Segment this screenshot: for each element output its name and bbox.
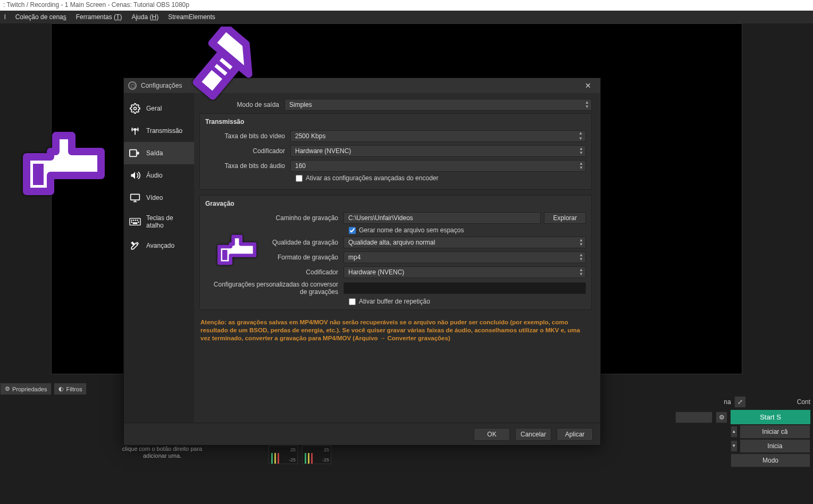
dialog-title: Configurações xyxy=(141,82,182,89)
apply-button[interactable]: Aplicar xyxy=(557,428,593,441)
sidebar-label-advanced: Avançado xyxy=(146,242,174,249)
svg-point-8 xyxy=(137,220,138,221)
partial-label-na: na xyxy=(724,398,731,406)
svg-point-9 xyxy=(131,222,132,222)
sidebar-label-hotkeys: Teclas de atalho xyxy=(146,214,189,229)
output-mode-label: Modo de saída xyxy=(199,101,284,108)
rec-encoder-select[interactable]: Hardware (NVENC) ▲▼ xyxy=(343,266,586,278)
svg-point-1 xyxy=(134,129,136,130)
audio-bitrate-label: Taxa de bits do áudio xyxy=(205,162,290,170)
audio-meter-1: 25 -25 xyxy=(269,446,298,464)
menu-item-help[interactable]: Ajuda (H) xyxy=(131,13,158,21)
filters-button[interactable]: ◐ Filtros xyxy=(54,383,87,395)
rec-path-input[interactable] xyxy=(343,212,541,224)
dialog-titlebar[interactable]: Configurações ✕ xyxy=(124,78,600,93)
iniciar-ca-button[interactable]: Iniciar câ xyxy=(740,425,810,439)
replay-buffer-label: Ativar buffer de repetição xyxy=(359,298,430,305)
browse-button[interactable]: Explorar xyxy=(544,212,586,224)
settings-sidebar: Geral Transmissão Saída Áudio Vídeo Tecl… xyxy=(124,93,194,423)
window-title: : Twitch / Recording - 1 Main Screen - C… xyxy=(3,1,189,9)
sidebar-item-stream[interactable]: Transmissão xyxy=(124,120,194,142)
svg-rect-12 xyxy=(33,164,44,185)
recording-section: Gravação Caminho de gravação Explorar Ge… xyxy=(199,195,592,310)
partial-label-cont: Cont xyxy=(797,398,810,406)
audio-bitrate-select[interactable]: 160 ▲▼ xyxy=(290,160,586,172)
select-arrows-icon: ▲▼ xyxy=(585,100,589,109)
settings-content: Modo de saída Simples ▲▼ Transmissão Tax… xyxy=(194,93,600,423)
chevron-up-icon[interactable]: ▲ xyxy=(731,426,737,438)
mp4-warning-text: Atenção: as gravações salvas em MP4/MOV … xyxy=(199,315,592,346)
monitor-icon xyxy=(129,192,141,204)
advanced-encoder-label: Ativar as configurações avançadas do enc… xyxy=(306,174,439,182)
streaming-section: Transmissão Taxa de bits do vídeo 2500 K… xyxy=(199,113,592,190)
cancel-button[interactable]: Cancelar xyxy=(515,428,551,441)
no-spaces-checkbox[interactable] xyxy=(349,227,356,234)
antenna-icon xyxy=(129,125,141,137)
sidebar-item-output[interactable]: Saída xyxy=(124,142,194,164)
chevron-down-icon[interactable]: ▼ xyxy=(731,440,737,452)
advanced-encoder-checkbox[interactable] xyxy=(296,175,303,182)
sidebar-item-general[interactable]: Geral xyxy=(124,97,194,120)
muxer-input[interactable] xyxy=(343,282,586,294)
rec-quality-select[interactable]: Qualidade alta, arquivo normal ▲▼ xyxy=(343,237,586,248)
rec-path-label: Caminho de gravação xyxy=(205,214,343,222)
properties-label: Propriedades xyxy=(12,386,47,392)
spinner-arrows-icon[interactable]: ▲▼ xyxy=(577,131,584,141)
audio-meter-2: 25 -25 xyxy=(302,446,331,464)
svg-point-7 xyxy=(135,220,136,221)
recording-section-title: Gravação xyxy=(205,200,586,207)
video-bitrate-label: Taxa de bits do vídeo xyxy=(205,132,290,140)
sources-hint: clique com o botão direito para adiciona… xyxy=(120,446,205,459)
gear-icon[interactable]: ⚙ xyxy=(716,411,727,423)
encoder-select[interactable]: Hardware (NVENC) ▲▼ xyxy=(290,145,586,157)
inicia-button[interactable]: Inicia xyxy=(740,439,810,453)
svg-point-5 xyxy=(131,220,132,221)
modo-button[interactable]: Modo xyxy=(731,453,810,467)
ok-button[interactable]: OK xyxy=(474,428,510,441)
menu-item-streamelements[interactable]: StreamElements xyxy=(168,13,215,21)
sidebar-item-advanced[interactable]: Avançado xyxy=(124,234,194,257)
settings-dialog: Configurações ✕ Geral Transmissão Saída … xyxy=(123,78,601,446)
svg-rect-11 xyxy=(133,223,137,224)
no-spaces-label: Gerar nome de arquivo sem espaços xyxy=(359,226,464,234)
select-arrows-icon: ▲▼ xyxy=(579,253,583,262)
dialog-footer: OK Cancelar Aplicar xyxy=(124,423,600,445)
speaker-icon xyxy=(129,170,141,181)
start-stream-button[interactable]: Start S xyxy=(731,410,810,424)
output-icon xyxy=(129,147,141,159)
rec-format-label: Formato de gravação xyxy=(205,254,343,261)
filters-icon: ◐ xyxy=(58,385,64,392)
close-button[interactable]: ✕ xyxy=(580,81,596,90)
sidebar-label-audio: Áudio xyxy=(146,172,163,179)
sidebar-item-hotkeys[interactable]: Teclas de atalho xyxy=(124,209,194,234)
filters-label: Filtros xyxy=(66,386,82,392)
video-bitrate-input[interactable]: 2500 Kbps ▲▼ xyxy=(290,130,586,142)
select-arrows-icon: ▲▼ xyxy=(579,238,583,247)
gear-icon: ⚙ xyxy=(5,385,10,392)
transition-select[interactable] xyxy=(675,411,713,423)
rec-format-select[interactable]: mp4 ▲▼ xyxy=(343,251,586,263)
sidebar-label-video: Vídeo xyxy=(146,194,163,201)
svg-point-0 xyxy=(134,107,137,110)
menu-item-truncated[interactable]: l xyxy=(4,13,6,21)
replay-buffer-checkbox[interactable] xyxy=(349,298,356,305)
streaming-section-title: Transmissão xyxy=(205,118,586,125)
muxer-label: Configurações personalizadas do converso… xyxy=(205,281,343,296)
svg-point-10 xyxy=(138,222,139,222)
sidebar-item-video[interactable]: Vídeo xyxy=(124,187,194,209)
rec-quality-label: Qualidade da gravação xyxy=(205,239,343,246)
menu-item-tools[interactable]: Ferramentas (T) xyxy=(76,13,122,21)
output-mode-select[interactable]: Simples ▲▼ xyxy=(284,99,592,111)
popout-icon[interactable]: ⤢ xyxy=(734,396,746,408)
rec-encoder-label: Codificador xyxy=(205,268,343,276)
svg-rect-3 xyxy=(131,194,140,200)
audio-meters: 25 -25 25 -25 xyxy=(269,446,375,467)
sidebar-item-audio[interactable]: Áudio xyxy=(124,164,194,187)
encoder-label: Codificador xyxy=(205,147,290,155)
sidebar-label-output: Saída xyxy=(146,149,163,157)
sidebar-label-general: Geral xyxy=(146,105,162,112)
properties-button[interactable]: ⚙ Propriedades xyxy=(0,383,52,395)
sidebar-label-stream: Transmissão xyxy=(146,127,182,135)
window-titlebar: : Twitch / Recording - 1 Main Screen - C… xyxy=(0,0,813,11)
menu-item-scene-collection[interactable]: Coleção de cenas xyxy=(15,13,66,21)
